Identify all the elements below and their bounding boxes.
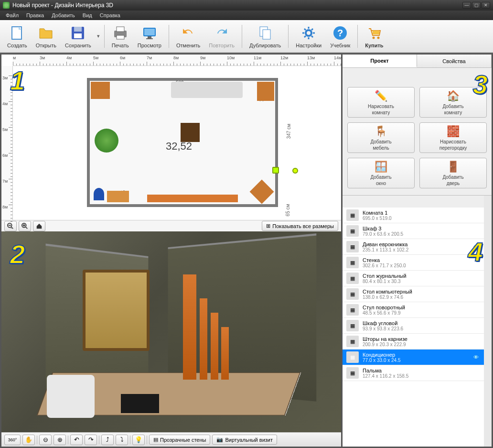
render-table <box>121 394 159 413</box>
plan-object[interactable] <box>257 82 274 101</box>
virtual-visit-button[interactable]: 📷 Виртуальный визит <box>212 435 277 445</box>
plan-desk[interactable] <box>107 191 129 202</box>
object-name: Диван еврокнижка <box>363 241 470 247</box>
toolbar-dropdown[interactable]: ▾ <box>96 28 100 45</box>
show-all-dims-button[interactable]: ⊞ Показывать все размеры <box>262 221 338 231</box>
toolbar-duplicate-button[interactable]: Дублировать <box>246 23 284 50</box>
tab-properties[interactable]: Свойства <box>417 55 492 67</box>
maximize-button[interactable]: ▢ <box>472 2 481 9</box>
toolbar-label: Печать <box>112 43 129 48</box>
object-row[interactable]: ▦Стол журнальный80.4 x 80.1 x 30.3 <box>343 271 484 286</box>
render-shelf <box>211 313 218 380</box>
object-dims: 695.0 x 519.0 <box>363 216 470 221</box>
object-row[interactable]: ▦Комната 1695.0 x 519.0 <box>343 208 484 223</box>
object-dims: 302.6 x 71.7 x 250.0 <box>363 263 470 268</box>
object-name: Шкаф 3 <box>363 226 470 231</box>
menu-edit[interactable]: Правка <box>22 11 48 19</box>
object-thumb-icon: ▦ <box>346 288 359 300</box>
home-button[interactable] <box>33 221 45 231</box>
object-row[interactable]: ▦Шкаф угловой93.9 x 93.8 x 223.6 <box>343 318 484 334</box>
object-row[interactable]: ▦Стол компьютерный138.0 x 62.9 x 74.6 <box>343 286 484 302</box>
action-комнату-button[interactable]: ✏️Нарисоватькомнату <box>347 87 415 118</box>
plan-plant[interactable] <box>95 129 118 153</box>
close-button[interactable]: ✕ <box>482 2 490 9</box>
svg-line-20 <box>304 36 306 37</box>
visibility-icon[interactable]: 👁 <box>473 244 480 250</box>
rotate-right-button[interactable]: ↷ <box>85 435 97 445</box>
toolbar-new-button[interactable]: Создать <box>4 23 31 50</box>
zoom-in-3d-button[interactable]: ⊕ <box>54 435 66 445</box>
toolbar-undo-button[interactable]: Отменить <box>173 23 204 50</box>
menu-add[interactable]: Добавить <box>48 11 79 19</box>
pan-button[interactable]: ✋ <box>22 435 35 445</box>
plan-canvas[interactable]: 582 347 см 65 см 154 159 489 665 95 <box>13 66 341 220</box>
toolbar-settings-button[interactable]: Настройки <box>292 23 325 50</box>
view-3d-canvas[interactable] <box>1 231 341 432</box>
toolbar-buy-button[interactable]: Купить <box>362 23 386 50</box>
toolbar-label: Сохранить <box>65 43 91 48</box>
menu-help[interactable]: Справка <box>96 11 124 19</box>
menu-view[interactable]: Вид <box>79 11 96 19</box>
zoom-in-button[interactable] <box>19 221 31 231</box>
object-row[interactable]: ▦Стул поворотный48.5 x 56.6 x 79.9 <box>343 302 484 318</box>
zoom-out-3d-button[interactable]: ⊖ <box>39 435 52 445</box>
objects-list[interactable]: ▦Комната 1695.0 x 519.0▦Шкаф 379.0 x 63.… <box>343 208 484 447</box>
rotate-left-button[interactable]: ↶ <box>70 435 83 445</box>
ruler-tick: 10м <box>227 55 235 60</box>
ruler-tick: 11м <box>254 55 261 60</box>
plan-object[interactable] <box>91 82 110 99</box>
plan-wall-unit[interactable] <box>147 195 238 202</box>
room-area-label: 32,52 <box>166 140 192 153</box>
toolbar-print-button[interactable]: Печать <box>108 23 132 50</box>
view3d-toolbar: 360° ✋ ⊖ ⊕ ↶ ↷ ⤴ ⤵ 💡 ▤ Прозра <box>1 432 341 447</box>
object-dims: 200.9 x 20.3 x 222.9 <box>363 342 470 347</box>
plan-2d-area[interactable]: м3м4м5м6м7м8м9м10м11м12м13м14м 3м4м5м6м7… <box>1 55 341 231</box>
light-button[interactable]: 💡 <box>132 435 145 445</box>
object-dims: 93.9 x 93.8 x 223.6 <box>363 326 470 331</box>
tilt-down-button[interactable]: ⤵ <box>116 435 128 445</box>
guide-point[interactable] <box>292 168 298 174</box>
object-row[interactable]: ▦Шкаф 379.0 x 63.6 x 200.5 <box>343 223 484 239</box>
tab-project[interactable]: Проект <box>343 55 417 67</box>
tilt-up-button[interactable]: ⤴ <box>101 435 114 445</box>
object-row[interactable]: ▦Кондиционер77.0 x 33.0 x 24.5👁 <box>343 350 484 365</box>
actions-panel: ✏️Нарисоватькомнату🏠Добавитькомнату🪑Доба… <box>343 68 492 196</box>
object-row[interactable]: ▦Шторы на карнизе200.9 x 20.3 x 222.9 <box>343 334 484 350</box>
transparent-walls-button[interactable]: ▤ Прозрачные стены <box>149 435 210 445</box>
toolbar-open-button[interactable]: Открыть <box>32 23 60 50</box>
zoom-out-button[interactable] <box>4 221 17 231</box>
object-row[interactable]: ▦Пальма127.4 x 116.2 x 158.5 <box>343 365 484 381</box>
toolbar-save-button[interactable]: Сохранить <box>62 23 95 50</box>
svg-rect-26 <box>373 31 379 34</box>
object-name: Кондиционер <box>363 352 470 358</box>
action-комнату-button[interactable]: 🏠Добавитькомнату <box>419 87 487 118</box>
action-перегородку-button[interactable]: 🧱Нарисоватьперегородку <box>419 122 487 153</box>
toolbar-label: Повторить <box>209 43 235 48</box>
cart-icon <box>365 24 383 42</box>
action-мебель-button[interactable]: 🪑Добавитьмебель <box>347 122 415 153</box>
toolbar-redo-button[interactable]: Повторить <box>205 23 238 50</box>
object-thumb-icon: ▦ <box>346 336 359 347</box>
object-thumb-icon: ▦ <box>346 241 359 252</box>
toolbar-help-button[interactable]: ?Учебник <box>327 23 354 50</box>
toolbar-preview-button[interactable]: Просмотр <box>134 23 165 50</box>
plan-chair[interactable] <box>94 188 104 200</box>
scrollbar[interactable] <box>484 196 492 447</box>
plan-corner[interactable] <box>250 180 274 204</box>
object-row[interactable]: ▦Стенка302.6 x 71.7 x 250.0 <box>343 255 484 271</box>
svg-point-25 <box>377 36 380 39</box>
plan-sofa[interactable] <box>171 82 243 98</box>
object-dims: 79.0 x 63.6 x 200.5 <box>363 231 470 237</box>
action-дверь-button[interactable]: 🚪Добавитьдверь <box>419 158 487 188</box>
ruler-tick: 13м <box>307 55 315 60</box>
menu-file[interactable]: Файл <box>2 11 22 19</box>
action-окно-button[interactable]: 🪟Добавитьокно <box>347 158 415 188</box>
minimize-button[interactable]: — <box>462 2 471 9</box>
selection-handle[interactable] <box>272 167 279 174</box>
object-dims: 48.5 x 56.6 x 79.9 <box>363 310 470 316</box>
ruler-horizontal: м3м4м5м6м7м8м9м10м11м12м13м14м <box>13 55 341 66</box>
rotate-360-button[interactable]: 360° <box>4 435 21 445</box>
visibility-icon[interactable]: 👁 <box>473 354 480 360</box>
plan-table[interactable] <box>181 123 200 142</box>
object-row[interactable]: ▦Диван еврокнижка235.1 x 113.1 x 102.2👁 <box>343 239 484 255</box>
